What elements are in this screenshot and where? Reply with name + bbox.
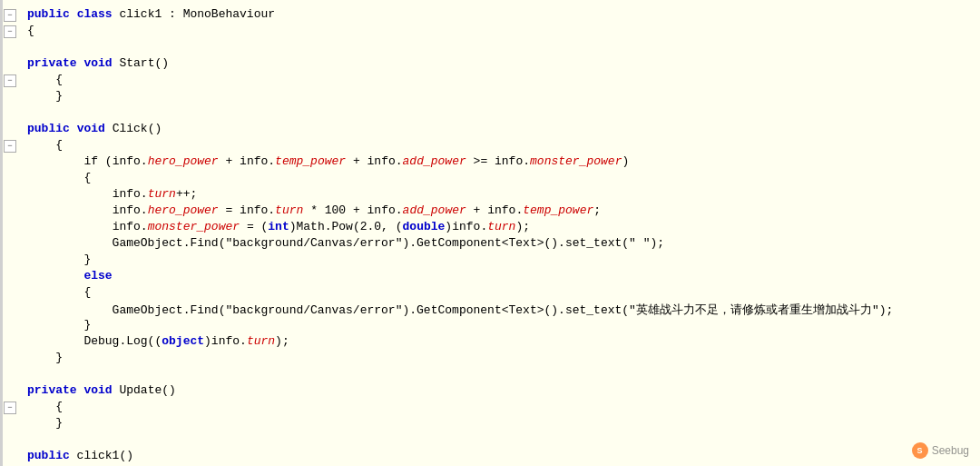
- code-text: public void Click(): [24, 122, 980, 135]
- code-line: − {: [0, 138, 980, 154]
- code-line: [0, 105, 980, 122]
- token: .: [240, 334, 247, 348]
- fold-button[interactable]: −: [4, 74, 16, 87]
- token: void: [77, 122, 105, 135]
- token: {: [27, 138, 63, 152]
- code-text: }: [24, 89, 980, 103]
- code-line: Debug.Log((object)info.turn);: [0, 334, 980, 351]
- token: +: [466, 203, 487, 217]
- token: ): [445, 220, 452, 233]
- token: .: [523, 154, 530, 168]
- code-line: info.monster_power = (int)Math.Pow(2.0, …: [0, 220, 980, 236]
- code-text: Debug.Log((object)info.turn);: [24, 334, 980, 348]
- code-line: }: [0, 351, 980, 367]
- token: info: [113, 187, 141, 201]
- logo-area: S Seebug: [912, 442, 969, 459]
- token: info: [240, 154, 268, 168]
- fold-button[interactable]: −: [4, 25, 16, 38]
- token: info: [211, 334, 240, 348]
- code-text: private void Start(): [24, 56, 980, 70]
- code-text: {: [24, 73, 980, 86]
- code-line: else: [0, 269, 980, 285]
- token: int: [268, 220, 289, 233]
- code-text: {: [24, 138, 980, 152]
- token: .: [141, 154, 148, 168]
- code-text: GameObject.Find("background/Canvas/error…: [24, 302, 980, 318]
- code-text: {: [24, 285, 980, 299]
- token: else: [83, 269, 112, 283]
- token: double: [403, 220, 446, 233]
- token: object: [162, 334, 204, 348]
- token: private: [27, 383, 77, 397]
- code-text: info.hero_power = info.turn * 100 + info…: [24, 203, 980, 217]
- gutter: −: [4, 140, 24, 153]
- code-container: −public class click1 : MonoBehaviour−{ p…: [0, 0, 980, 466]
- token: +: [346, 154, 367, 168]
- code-text: }: [24, 351, 980, 364]
- token: private: [27, 56, 77, 70]
- code-line: − {: [0, 400, 980, 416]
- token: ;: [593, 203, 601, 217]
- code-line: public void Click(): [0, 122, 980, 138]
- token: [70, 122, 77, 135]
- token: GameObject.Find("background/Canvas/error…: [27, 303, 893, 317]
- token: Click(): [105, 122, 162, 135]
- code-text: }: [24, 416, 980, 430]
- code-text: [24, 40, 980, 54]
- code-line: info.turn++;: [0, 187, 980, 203]
- fold-button[interactable]: −: [4, 140, 16, 153]
- token: turn: [247, 334, 275, 348]
- token: if (: [27, 154, 113, 168]
- gutter: −: [4, 9, 24, 22]
- code-text: public click1(): [24, 449, 980, 462]
- code-line: }: [0, 416, 980, 432]
- code-line: GameObject.Find("background/Canvas/error…: [0, 236, 980, 253]
- token: {: [27, 73, 63, 86]
- token: }: [27, 416, 63, 430]
- code-text: }: [24, 253, 980, 266]
- code-text: }: [24, 318, 980, 332]
- token: * 100 +: [303, 203, 367, 217]
- code-text: else: [24, 269, 980, 283]
- token: .: [396, 203, 403, 217]
- code-line: −public class click1 : MonoBehaviour: [0, 7, 980, 24]
- token: .: [268, 203, 275, 217]
- token: info: [368, 154, 396, 168]
- token: class: [77, 7, 113, 21]
- token: [27, 269, 83, 283]
- token: ++;: [176, 187, 197, 201]
- token: info: [240, 203, 268, 217]
- token: turn: [487, 220, 515, 233]
- code-text: private void Update(): [24, 383, 980, 397]
- token: .: [141, 220, 148, 233]
- token: {: [27, 24, 34, 37]
- token: turn: [148, 187, 176, 201]
- token: .: [268, 154, 275, 168]
- code-line: {: [0, 171, 980, 187]
- code-line: {: [0, 285, 980, 302]
- token: )Math.Pow(2.0, (: [289, 220, 403, 233]
- token: }: [27, 89, 63, 103]
- code-text: [24, 105, 980, 119]
- token: [27, 203, 113, 217]
- code-line: − {: [0, 73, 980, 89]
- token: );: [515, 220, 530, 233]
- code-line: if (info.hero_power + info.temp_power + …: [0, 154, 980, 171]
- token: Update(): [113, 383, 176, 397]
- token: =: [219, 203, 240, 217]
- code-line: [0, 367, 980, 383]
- code-text: {: [24, 24, 980, 37]
- token: info: [487, 203, 515, 217]
- token: info: [452, 220, 480, 233]
- code-line: private void Start(): [0, 56, 980, 73]
- code-text: if (info.hero_power + info.temp_power + …: [24, 154, 980, 168]
- fold-button[interactable]: −: [4, 402, 16, 414]
- gutter: −: [4, 74, 24, 87]
- gutter: −: [4, 25, 24, 38]
- token: ): [622, 154, 629, 168]
- fold-button[interactable]: −: [4, 9, 16, 22]
- code-text: GameObject.Find("background/Canvas/error…: [24, 236, 980, 250]
- lines-container: −public class click1 : MonoBehaviour−{ p…: [0, 7, 980, 466]
- token: info: [113, 154, 141, 168]
- token: info: [113, 203, 141, 217]
